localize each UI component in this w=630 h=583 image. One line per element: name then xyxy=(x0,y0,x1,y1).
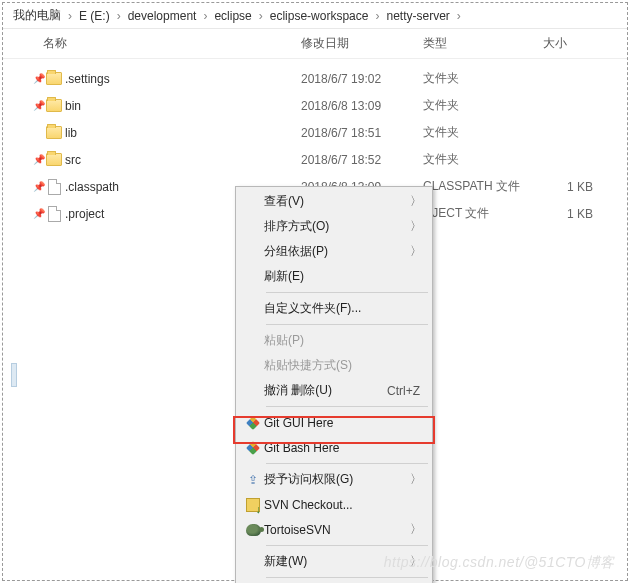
pin-icon: 📌 xyxy=(33,181,43,192)
file-name: lib xyxy=(65,126,301,140)
column-headers[interactable]: 名称 修改日期 类型 大小 xyxy=(3,29,627,59)
folder-icon xyxy=(43,153,65,166)
menu-customize-folder[interactable]: 自定义文件夹(F)... xyxy=(238,296,430,321)
context-menu: 查看(V)〉 排序方式(O)〉 分组依据(P)〉 刷新(E) 自定义文件夹(F)… xyxy=(235,186,433,583)
menu-refresh[interactable]: 刷新(E) xyxy=(238,264,430,289)
menu-sort[interactable]: 排序方式(O)〉 xyxy=(238,214,430,239)
file-size: 1 KB xyxy=(543,180,603,194)
file-row[interactable]: 📌lib2018/6/7 18:51文件夹 xyxy=(3,119,627,146)
menu-svn-checkout[interactable]: SVN Checkout... xyxy=(238,492,430,517)
menu-undo-delete[interactable]: 撤消 删除(U)Ctrl+Z xyxy=(238,378,430,403)
chevron-right-icon: 〉 xyxy=(410,521,424,538)
folder-icon xyxy=(43,99,65,112)
selection-indicator xyxy=(11,363,17,387)
crumb-4[interactable]: eclipse-workspace xyxy=(266,9,373,23)
file-name: src xyxy=(65,153,301,167)
file-row[interactable]: 📌.settings2018/6/7 19:02文件夹 xyxy=(3,65,627,92)
menu-separator xyxy=(266,577,428,578)
menu-separator xyxy=(266,406,428,407)
file-date: 2018/6/7 18:52 xyxy=(301,153,423,167)
crumb-1[interactable]: E (E:) xyxy=(75,9,114,23)
chevron-right-icon: › xyxy=(256,9,266,23)
file-type: CLASSPATH 文件 xyxy=(423,178,543,195)
crumb-5[interactable]: netty-server xyxy=(382,9,453,23)
header-date[interactable]: 修改日期 xyxy=(301,35,423,52)
crumb-2[interactable]: development xyxy=(124,9,201,23)
menu-separator xyxy=(266,324,428,325)
file-type: 文件夹 xyxy=(423,151,543,168)
chevron-right-icon: 〉 xyxy=(410,553,424,570)
crumb-3[interactable]: eclipse xyxy=(210,9,255,23)
header-size[interactable]: 大小 xyxy=(543,35,603,52)
pin-icon: 📌 xyxy=(33,73,43,84)
folder-icon xyxy=(43,72,65,85)
file-name: .settings xyxy=(65,72,301,86)
chevron-right-icon: › xyxy=(372,9,382,23)
menu-view[interactable]: 查看(V)〉 xyxy=(238,189,430,214)
menu-grant-access[interactable]: ⇪授予访问权限(G)〉 xyxy=(238,467,430,492)
file-name: bin xyxy=(65,99,301,113)
chevron-right-icon: 〉 xyxy=(410,243,424,260)
file-type: OJECT 文件 xyxy=(423,205,543,222)
svn-checkout-icon xyxy=(242,498,264,512)
file-size: 1 KB xyxy=(543,207,603,221)
file-row[interactable]: 📌bin2018/6/8 13:09文件夹 xyxy=(3,92,627,119)
git-icon xyxy=(242,416,264,430)
menu-tortoisesvn[interactable]: TortoiseSVN〉 xyxy=(238,517,430,542)
menu-new[interactable]: 新建(W)〉 xyxy=(238,549,430,574)
header-type[interactable]: 类型 xyxy=(423,35,543,52)
menu-separator xyxy=(266,545,428,546)
chevron-right-icon: › xyxy=(114,9,124,23)
file-date: 2018/6/8 13:09 xyxy=(301,99,423,113)
menu-git-gui[interactable]: Git GUI Here xyxy=(238,410,430,435)
header-name[interactable]: 名称 xyxy=(43,35,301,52)
menu-paste-shortcut: 粘贴快捷方式(S) xyxy=(238,353,430,378)
menu-separator xyxy=(266,463,428,464)
file-row[interactable]: 📌src2018/6/7 18:52文件夹 xyxy=(3,146,627,173)
chevron-right-icon: 〉 xyxy=(410,218,424,235)
folder-icon xyxy=(43,126,65,139)
breadcrumb[interactable]: 我的电脑 › E (E:) › development › eclipse › … xyxy=(3,3,627,29)
pin-icon: 📌 xyxy=(33,100,43,111)
chevron-right-icon: 〉 xyxy=(410,471,424,488)
file-type: 文件夹 xyxy=(423,124,543,141)
menu-paste: 粘贴(P) xyxy=(238,328,430,353)
pin-icon: 📌 xyxy=(33,154,43,165)
menu-group[interactable]: 分组依据(P)〉 xyxy=(238,239,430,264)
crumb-0[interactable]: 我的电脑 xyxy=(9,7,65,24)
file-icon xyxy=(43,206,65,222)
file-date: 2018/6/7 18:51 xyxy=(301,126,423,140)
file-type: 文件夹 xyxy=(423,70,543,87)
chevron-right-icon: 〉 xyxy=(410,193,424,210)
file-date: 2018/6/7 19:02 xyxy=(301,72,423,86)
pin-icon: 📌 xyxy=(33,208,43,219)
chevron-right-icon: › xyxy=(454,9,464,23)
file-icon xyxy=(43,179,65,195)
menu-git-bash[interactable]: Git Bash Here xyxy=(238,435,430,460)
share-icon: ⇪ xyxy=(242,473,264,487)
tortoise-icon xyxy=(242,524,264,536)
git-icon xyxy=(242,441,264,455)
chevron-right-icon: › xyxy=(200,9,210,23)
menu-separator xyxy=(266,292,428,293)
file-type: 文件夹 xyxy=(423,97,543,114)
chevron-right-icon: › xyxy=(65,9,75,23)
